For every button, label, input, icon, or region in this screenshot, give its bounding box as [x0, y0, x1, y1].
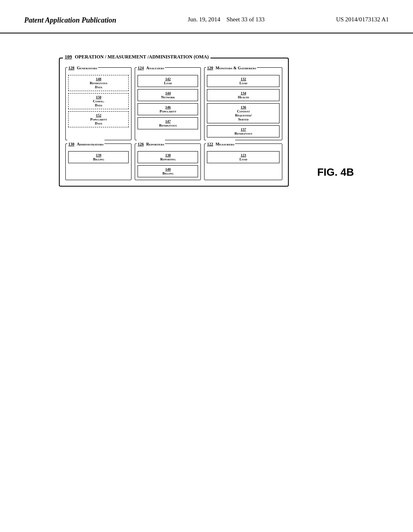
analyzers-label: 124 Analyzers: [137, 64, 165, 71]
measurers-label: 122 Measurers: [206, 140, 235, 147]
header-date: Jun. 19, 2014: [188, 16, 221, 23]
config-data-box: 150 Config.Data: [68, 93, 129, 109]
header-sheet: Sheet 33 of 133: [226, 16, 265, 23]
reporters-section: 126 Reporters 138 Reporting 140 Billing: [135, 143, 201, 180]
popularity-analyzer-box: 146 Popularity: [138, 103, 198, 115]
monitors-section: 120 Monitors & Gatherers 132 Load 134 He…: [204, 67, 282, 140]
diagram-area: 109 Operation / Measurement /Administrat…: [59, 58, 354, 187]
content-monitor-box: 136 ContentRequested/Served: [207, 103, 280, 123]
generators-label: 128 Generators: [67, 64, 98, 71]
page-content: 109 Operation / Measurement /Administrat…: [0, 33, 413, 211]
billing-admin-box: 139 Billing: [68, 151, 129, 163]
measurers-section: 122 Measurers 123 Load: [204, 143, 282, 180]
administrators-label: 130 Administrators: [67, 140, 104, 147]
rendezvous-data-box: 148 RendezvousData: [68, 75, 129, 91]
analyzers-section: 124 Analyzers 142 Load 144 Network: [135, 67, 201, 140]
patent-application-label: Patent Application Publication: [24, 16, 116, 25]
popularity-data-box: 152 PopularityData: [68, 111, 129, 127]
reporting-box: 138 Reporting: [138, 151, 198, 163]
network-analyzer-box: 144 Network: [138, 89, 198, 101]
header-patent-number: US 2014/0173132 A1: [336, 16, 389, 23]
health-monitor-box: 134 Health: [207, 89, 280, 101]
load-analyzer-box: 142 Load: [138, 75, 198, 87]
administrators-section: 130 Administrators 139 Billing: [65, 143, 131, 180]
generators-section: 128 Generators 148 RendezvousData 150 Co…: [65, 67, 131, 140]
load-monitor-box: 132 Load: [207, 75, 280, 87]
fig-label: FIG. 4B: [317, 166, 354, 179]
load-measurer-box: 123 Load: [207, 151, 280, 163]
oma-label: 109 Operation / Measurement /Administrat…: [63, 53, 210, 60]
rendezvous-monitor-box: 137 Rendezvous: [207, 125, 280, 137]
billing-reporter-box: 140 Billing: [138, 165, 198, 177]
reporters-label: 126 Reporters: [137, 140, 165, 147]
header-center: Jun. 19, 2014 Sheet 33 of 133: [188, 16, 265, 23]
rendezvous-analyzer-box: 147 Rendezvous: [138, 117, 198, 129]
monitors-label: 120 Monitors & Gatherers: [206, 64, 257, 71]
